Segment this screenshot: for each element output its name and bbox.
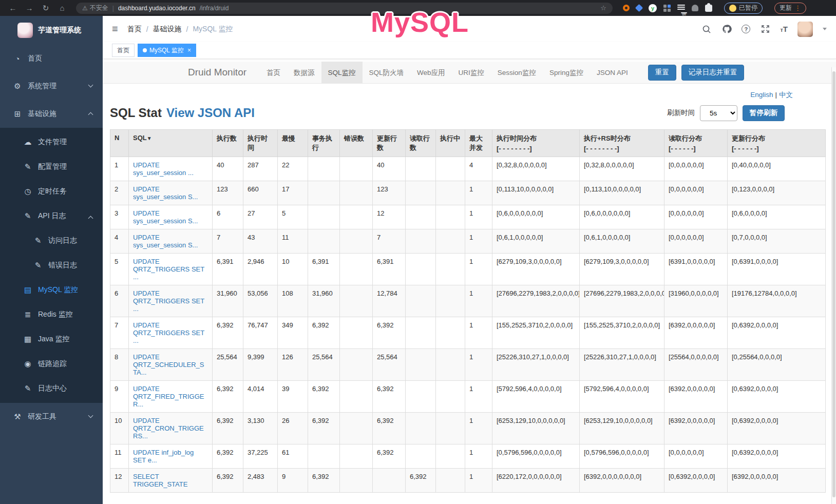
cell-sql: UPDATE QRTZ_TRIGGERS SET ... <box>129 317 213 349</box>
search-icon[interactable] <box>701 24 712 34</box>
druid-tab-datasource[interactable]: 数据源 <box>287 62 321 84</box>
back-icon[interactable]: ← <box>6 4 20 12</box>
sql-link[interactable]: SELECT TRIGGER_STATE <box>133 473 187 488</box>
log-and-reset-button[interactable]: 记录日志并重置 <box>681 65 745 81</box>
extension-list-icon[interactable]: on <box>677 5 685 11</box>
col-slowest[interactable]: 最慢 <box>278 130 308 157</box>
fullscreen-icon[interactable] <box>760 24 770 34</box>
reset-button[interactable]: 重置 <box>648 65 676 81</box>
refresh-interval-select[interactable]: 5s <box>700 105 737 121</box>
forward-icon[interactable]: → <box>23 4 36 12</box>
druid-brand[interactable]: Druid Monitor <box>188 67 246 78</box>
sql-link[interactable]: UPDATE QRTZ_FIRED_TRIGGER... <box>133 385 204 408</box>
sidebar-item-trace[interactable]: ◉链路追踪 <box>0 352 103 376</box>
druid-tab-sql-firewall[interactable]: SQL防火墙 <box>363 62 411 84</box>
sidebar-item-devtools[interactable]: ⚒研发工具 <box>0 403 103 431</box>
col-update-rows[interactable]: 更新行数 <box>373 130 406 157</box>
col-tx-exec[interactable]: 事务执行 <box>308 130 340 157</box>
extensions-puzzle-icon[interactable] <box>705 5 712 12</box>
sidebar-item-system[interactable]: ⚙系统管理 <box>0 72 103 100</box>
cell-slowest: 17 <box>278 181 308 205</box>
home-icon[interactable]: ⌂ <box>55 4 69 12</box>
cell-update-rows: 123 <box>373 181 406 205</box>
tag-mysql-monitor[interactable]: MySQL 监控× <box>138 44 196 57</box>
browser-menu-icon[interactable]: ⋮ <box>794 4 801 12</box>
address-bar[interactable]: ⚠ 不安全 | dashboard.yudao.iocoder.cn/infra… <box>76 3 613 14</box>
col-update-dist[interactable]: 更新行分布[- - - - - -] <box>728 130 826 157</box>
tag-home[interactable]: 首页 <box>112 44 135 57</box>
user-menu-caret-icon[interactable] <box>823 28 827 30</box>
lang-english-link[interactable]: English <box>750 91 773 99</box>
sidebar-item-error-log[interactable]: ✎错误日志 <box>0 253 103 278</box>
font-size-icon[interactable]: тT <box>780 25 788 33</box>
col-max-concurrent[interactable]: 最大并发 <box>465 130 492 157</box>
cell-read-rows <box>406 413 436 444</box>
druid-tab-spring-monitor[interactable]: Spring监控 <box>543 62 590 84</box>
table-row: 3 UPDATE sys_user_session S... 6 27 5 12 <box>110 205 826 229</box>
col-exec-time[interactable]: 执行时间 <box>243 130 278 157</box>
sql-link[interactable]: UPDATE QRTZ_SCHEDULER_STA... <box>133 353 204 376</box>
cell-update-rows: 12 <box>373 205 406 229</box>
cell-exec-count: 6,392 <box>213 317 243 349</box>
bookmark-star-icon[interactable]: ☆ <box>600 4 606 12</box>
col-read-dist[interactable]: 读取行分布[- - - - - -] <box>664 130 728 157</box>
paused-badge[interactable]: 已暂停 <box>724 3 763 14</box>
col-read-rows[interactable]: 读取行数 <box>406 130 436 157</box>
browser-update-button[interactable]: 更新⋮ <box>774 3 806 14</box>
sidebar-item-redis-monitor[interactable]: ≣Redis 监控 <box>0 302 103 327</box>
scrollbar-thumb[interactable] <box>832 71 835 497</box>
sidebar-item-access-log[interactable]: ✎访问日志 <box>0 228 103 253</box>
extension-green-icon[interactable]: y <box>649 4 657 12</box>
close-icon[interactable]: × <box>187 47 191 54</box>
sidebar-item-log-center[interactable]: ✎日志中心 <box>0 376 103 401</box>
sidebar-item-config-management[interactable]: ✎配置管理 <box>0 154 103 179</box>
user-avatar[interactable] <box>797 22 813 37</box>
sql-link[interactable]: UPDATE QRTZ_TRIGGERS SET ... <box>133 321 204 344</box>
extension-person-icon[interactable] <box>692 5 698 11</box>
sql-link[interactable]: UPDATE QRTZ_TRIGGERS SET ... <box>133 258 204 281</box>
help-icon[interactable]: ? <box>742 25 750 33</box>
col-sql[interactable]: SQL▼ <box>129 130 213 157</box>
col-exec-time-dist[interactable]: 执行时间分布[- - - - - - - -] <box>492 130 580 157</box>
sql-link[interactable]: UPDATE sys_user_session S... <box>133 234 198 249</box>
view-json-api-link[interactable]: View JSON API <box>166 106 255 120</box>
breadcrumb-infrastructure[interactable]: 基础设施 <box>153 25 182 34</box>
druid-tab-sql-monitor[interactable]: SQL监控 <box>321 62 363 84</box>
sql-link[interactable]: UPDATE sys_user_session S... <box>133 185 198 201</box>
sidebar-item-home[interactable]: ◔首页 <box>0 45 103 72</box>
sidebar-item-api-log[interactable]: ✎API 日志 <box>0 204 103 228</box>
col-executing[interactable]: 执行中 <box>436 130 465 157</box>
sql-link[interactable]: UPDATE inf_job_log SET e... <box>133 449 194 464</box>
cell-exec-rs-dist: [6253,129,10,0,0,0,0,0] <box>580 413 664 444</box>
scrollbar[interactable] <box>831 67 836 504</box>
extension-grid-icon[interactable] <box>663 5 671 12</box>
sidebar-item-java-monitor[interactable]: ▦Java 监控 <box>0 327 103 352</box>
sql-link[interactable]: UPDATE sys_user_session ... <box>133 161 194 177</box>
breadcrumb-home[interactable]: 首页 <box>127 25 142 34</box>
col-exec-count[interactable]: 执行数 <box>213 130 243 157</box>
lang-chinese-link[interactable]: 中文 <box>779 91 793 99</box>
sidebar-item-mysql-monitor[interactable]: ▤MySQL 监控 <box>0 278 103 302</box>
sidebar-collapse-icon[interactable]: ≡ <box>112 23 118 35</box>
druid-tab-web-app[interactable]: Web应用 <box>410 62 452 84</box>
sidebar-item-infrastructure[interactable]: ⊞基础设施 <box>0 100 103 128</box>
sidebar-item-scheduled-tasks[interactable]: ◷定时任务 <box>0 179 103 204</box>
druid-tab-home[interactable]: 首页 <box>260 62 287 84</box>
col-exec-rs-dist[interactable]: 执行+RS时分布[- - - - - - - -] <box>580 130 664 157</box>
sql-link[interactable]: UPDATE QRTZ_TRIGGERS SET ... <box>133 289 204 313</box>
druid-tab-uri-monitor[interactable]: URI监控 <box>452 62 491 84</box>
pause-refresh-button[interactable]: 暂停刷新 <box>743 105 785 121</box>
reload-icon[interactable]: ↻ <box>39 4 52 13</box>
github-icon[interactable] <box>721 24 732 34</box>
sidebar-item-file-management[interactable]: ☁文件管理 <box>0 130 103 154</box>
extension-gem-icon[interactable] <box>635 4 643 12</box>
sql-link[interactable]: UPDATE QRTZ_CRON_TRIGGERS... <box>133 417 204 440</box>
not-secure-warning-icon[interactable]: ⚠ 不安全 <box>82 4 108 12</box>
sidebar-logo[interactable]: 芋道管理系统 <box>0 16 103 45</box>
extension-ring-icon[interactable] <box>623 5 630 11</box>
druid-tab-session-monitor[interactable]: Session监控 <box>491 62 543 84</box>
sql-link[interactable]: UPDATE sys_user_session S... <box>133 209 198 225</box>
druid-tab-json-api[interactable]: JSON API <box>590 62 635 84</box>
navbar-actions: ? тT <box>701 22 827 37</box>
col-errors[interactable]: 错误数 <box>340 130 373 157</box>
